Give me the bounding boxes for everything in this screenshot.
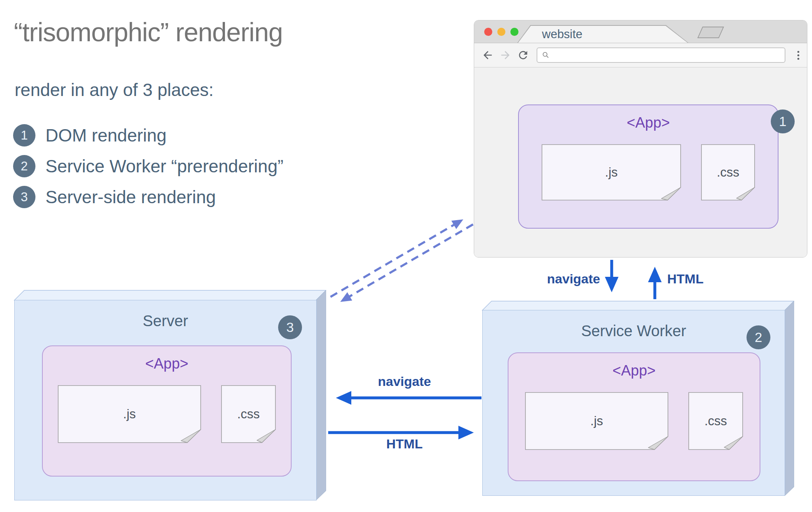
css-file-card: .css [221, 385, 276, 443]
badge-1: 1 [771, 109, 795, 133]
legend-label: Service Worker “prerendering” [45, 156, 284, 177]
trisomorphic-rendering-diagram: “trisomorphic” rendering render in any o… [0, 0, 812, 512]
dashed-arrow-to-server [344, 224, 473, 300]
url-bar[interactable] [537, 47, 785, 63]
js-file-card: .js [525, 392, 668, 450]
subtitle: render in any of 3 places: [15, 79, 214, 100]
app-box-browser: <App> .js .css [518, 104, 778, 229]
navigate-left-label: navigate [346, 374, 463, 389]
legend-badge-3: 3 [13, 186, 35, 208]
legend-label: Server-side rendering [45, 187, 216, 207]
browser-toolbar [474, 43, 807, 67]
css-file-card: .css [688, 392, 743, 450]
back-arrow-icon [481, 49, 494, 61]
browser-menu-icon[interactable] [797, 51, 799, 60]
service-worker-box: Service Worker 2 <App> .js .css [482, 310, 785, 496]
html-up-label: HTML [667, 271, 784, 286]
legend-item-server-side-rendering: 3 Server-side rendering [13, 186, 284, 208]
tab-title: website [518, 27, 582, 41]
app-component-label: <App> [627, 115, 670, 131]
back-button[interactable] [481, 49, 494, 62]
server-title: Server [14, 312, 317, 330]
badge-2: 2 [747, 325, 770, 349]
close-window-icon[interactable] [484, 28, 492, 36]
server-box: Server 3 <App> .js .css [14, 300, 317, 500]
page-title: “trisomorphic” rendering [14, 18, 283, 47]
legend-item-service-worker-prerendering: 2 Service Worker “prerendering” [13, 155, 284, 177]
badge-3: 3 [278, 315, 302, 339]
minimize-window-icon[interactable] [497, 28, 505, 36]
js-file-card: .js [542, 144, 681, 200]
forward-arrow-icon [499, 49, 512, 61]
tab-bar: website [474, 20, 807, 43]
service-worker-title: Service Worker [482, 322, 785, 340]
search-icon [541, 51, 550, 60]
navigate-down-label: navigate [483, 271, 600, 286]
legend-label: DOM rendering [45, 125, 166, 146]
new-tab-button[interactable] [697, 27, 724, 38]
browser-window: website 1 [474, 20, 807, 258]
dashed-arrow-to-browser [331, 221, 460, 297]
legend-item-dom-rendering: 1 DOM rendering [13, 124, 284, 147]
refresh-button[interactable] [517, 49, 530, 62]
refresh-icon [517, 49, 529, 61]
app-component-label: <App> [145, 355, 188, 372]
css-file-card: .css [701, 144, 755, 200]
app-component-label: <App> [612, 362, 656, 379]
forward-button[interactable] [499, 49, 512, 62]
legend: 1 DOM rendering 2 Service Worker “preren… [13, 124, 284, 208]
browser-content: 1 <App> .js [474, 104, 807, 258]
legend-badge-2: 2 [13, 155, 35, 177]
js-file-card: .js [58, 385, 201, 443]
browser-tab[interactable]: website [517, 25, 688, 43]
maximize-window-icon[interactable] [510, 28, 518, 36]
app-box-server: <App> .js .css [42, 345, 292, 477]
legend-badge-1: 1 [13, 124, 35, 147]
app-box-service-worker: <App> .js .css [508, 352, 760, 481]
html-right-label: HTML [346, 436, 463, 451]
window-controls [484, 28, 518, 36]
